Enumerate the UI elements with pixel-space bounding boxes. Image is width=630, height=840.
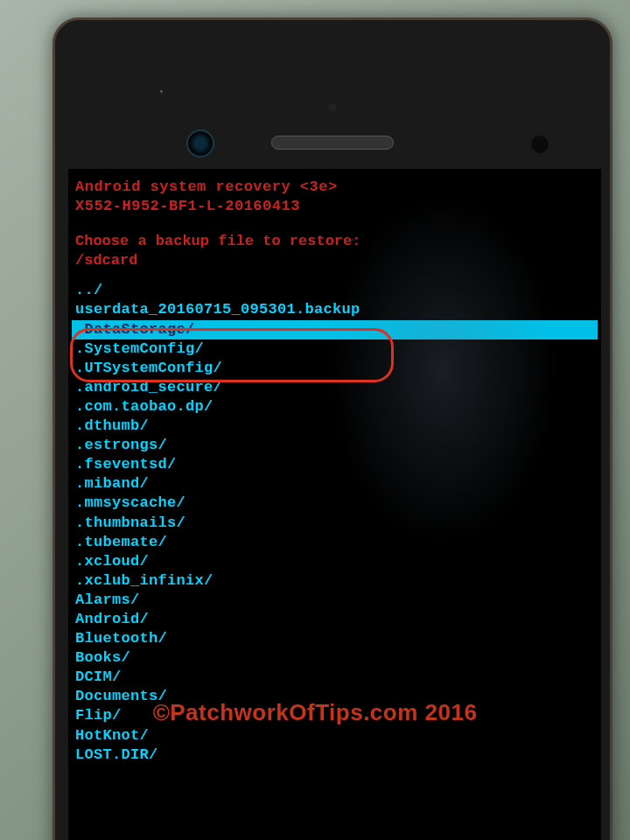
phone-device-frame: Android system recovery <3e> X552-H952-B…: [52, 18, 612, 840]
light-sensor: [531, 136, 549, 153]
file-item[interactable]: Android/: [75, 610, 594, 629]
dust-speck: [353, 239, 354, 241]
earpiece-speaker: [271, 136, 394, 150]
file-item[interactable]: .xclub_infinix/: [75, 571, 594, 591]
file-item[interactable]: Bluetooth/: [75, 629, 594, 648]
front-camera: [186, 130, 214, 158]
file-item[interactable]: .estrongs/: [75, 436, 594, 455]
file-item[interactable]: .android_secure/: [75, 378, 594, 397]
file-item[interactable]: .xcloud/: [75, 552, 594, 571]
file-item[interactable]: .miband/: [75, 474, 594, 494]
file-item[interactable]: Alarms/: [75, 591, 594, 610]
file-item[interactable]: LOST.DIR/: [75, 746, 594, 765]
file-item[interactable]: Flip/: [75, 706, 594, 725]
dust-speck: [160, 90, 163, 93]
file-item[interactable]: .SystemConfig/: [75, 340, 594, 359]
prompt-path: /sdcard: [75, 251, 594, 270]
file-item[interactable]: .dthumb/: [75, 416, 594, 436]
file-item[interactable]: .thumbnails/: [75, 514, 594, 533]
file-item[interactable]: .com.taobao.dp/: [75, 397, 594, 416]
file-item[interactable]: DCIM/: [75, 668, 594, 687]
file-item[interactable]: .UTSystemConfig/: [75, 359, 594, 378]
file-item[interactable]: .fseventsd/: [75, 455, 594, 474]
recovery-screen: Android system recovery <3e> X552-H952-B…: [68, 169, 601, 840]
recovery-build: X552-H952-BF1-L-20160413: [75, 197, 594, 216]
recovery-prompt: Choose a backup file to restore: /sdcard: [75, 232, 594, 270]
file-item[interactable]: .DataStorage/: [72, 320, 598, 340]
file-item[interactable]: Books/: [75, 648, 594, 668]
file-item[interactable]: userdata_20160715_095301.backup: [75, 300, 594, 319]
backup-file-list[interactable]: ../ userdata_20160715_095301.backup.Data…: [75, 281, 594, 764]
file-item[interactable]: .mmsyscache/: [75, 494, 594, 513]
prompt-instruction: Choose a backup file to restore:: [75, 232, 594, 251]
proximity-sensor: [328, 103, 337, 112]
file-item[interactable]: Documents/: [75, 687, 594, 706]
recovery-title: Android system recovery <3e>: [75, 178, 594, 197]
file-item[interactable]: ../: [75, 281, 594, 300]
file-item[interactable]: .tubemate/: [75, 533, 594, 552]
file-item[interactable]: HotKnot/: [75, 726, 594, 746]
